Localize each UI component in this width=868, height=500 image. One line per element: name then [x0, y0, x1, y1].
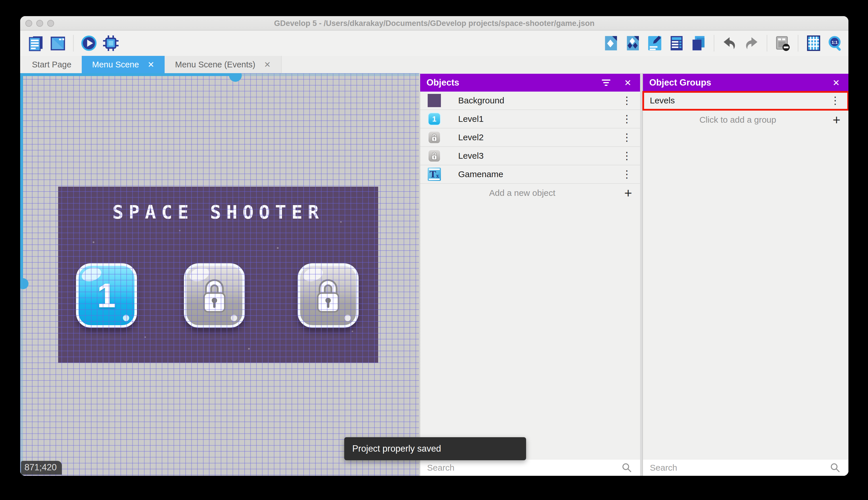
star-decoration [248, 348, 250, 350]
star-decoration [93, 241, 94, 243]
object-menu-icon[interactable]: ⋮ [622, 169, 632, 180]
object-groups-panel: Object Groups ✕ Levels ⋮ Click to add a … [642, 73, 848, 476]
object-row-background[interactable]: Background ⋮ [420, 92, 640, 110]
add-group-row[interactable]: Click to add a group + [643, 111, 848, 129]
level2-object-icon [428, 131, 441, 144]
text-object-icon: Tx [428, 168, 441, 181]
text-object-icon-t: T [430, 169, 436, 179]
star-decoration [277, 247, 279, 249]
scene-background-instance[interactable]: SPACE SHOOTER 1 [58, 186, 378, 363]
object-name: Level1 [458, 114, 622, 124]
add-group-plus-icon[interactable]: + [833, 113, 840, 126]
object-menu-icon[interactable]: ⋮ [622, 114, 632, 124]
tab-menu-scene[interactable]: Menu Scene ✕ [82, 56, 165, 73]
properties-icon[interactable] [646, 35, 663, 52]
level2-locked-button-instance[interactable] [184, 263, 245, 328]
debug-icon[interactable] [103, 35, 119, 52]
object-row-level2[interactable]: Level2 ⋮ [420, 128, 640, 147]
level1-number: 1 [97, 276, 116, 315]
toolbar-separator [798, 35, 798, 52]
lock-icon [431, 151, 438, 160]
editor-content: SPACE SHOOTER 1 [20, 73, 848, 476]
add-object-plus-icon[interactable]: + [624, 186, 632, 200]
objects-search-input[interactable] [427, 463, 621, 473]
redo-icon[interactable] [743, 35, 760, 52]
level3-locked-button-instance[interactable] [297, 263, 359, 328]
close-tab-icon[interactable]: ✕ [148, 60, 154, 69]
object-groups-panel-icon[interactable] [624, 35, 641, 52]
object-menu-icon[interactable]: ⋮ [622, 132, 632, 143]
tab-label: Start Page [32, 60, 71, 69]
objects-panel: Objects ✕ Background ⋮ 1 Level1 ⋮ [420, 73, 640, 476]
search-icon [830, 462, 841, 474]
background-object-icon [428, 94, 441, 107]
undo-icon[interactable] [721, 35, 738, 52]
tab-label: Menu Scene (Events) [175, 60, 255, 69]
object-name: Level2 [458, 133, 622, 142]
groups-search-input[interactable] [650, 463, 830, 473]
group-name: Levels [650, 95, 830, 105]
project-manager-icon[interactable] [28, 35, 44, 52]
horizontal-scrollbar-bar[interactable] [20, 73, 235, 76]
object-name: Level3 [458, 151, 622, 161]
layers-icon[interactable] [690, 35, 707, 52]
object-menu-icon[interactable]: ⋮ [622, 95, 632, 106]
instances-list-icon[interactable] [668, 35, 685, 52]
horizontal-scrollbar-thumb[interactable] [229, 73, 242, 82]
toolbar-left-group [28, 31, 119, 56]
filter-icon[interactable] [601, 79, 611, 87]
toast-message: Project properly saved [352, 444, 441, 454]
add-object-row[interactable]: Add a new object + [420, 184, 640, 202]
zoom-1-1-icon[interactable]: 1:1 [827, 35, 844, 52]
object-row-gamename[interactable]: Tx Gamename ⋮ [420, 165, 640, 184]
grid-icon[interactable] [805, 35, 822, 52]
save-toast: Project properly saved [344, 437, 526, 460]
level1-button-instance[interactable]: 1 [76, 263, 137, 328]
close-panel-icon[interactable]: ✕ [624, 78, 631, 88]
toolbar-separator [714, 35, 714, 52]
objects-panel-title: Objects [426, 78, 601, 88]
star-decoration [144, 337, 146, 338]
cursor-coordinates-badge: 871;420 [21, 461, 62, 475]
tab-bar: Start Page Menu Scene ✕ Menu Scene (Even… [20, 56, 848, 73]
lock-icon [198, 277, 231, 314]
level3-object-icon [428, 149, 441, 162]
close-tab-icon[interactable]: ✕ [264, 60, 271, 69]
toolbar: 1:1 [20, 31, 848, 56]
render-mask-icon[interactable] [774, 35, 791, 52]
star-decoration [340, 221, 342, 223]
group-menu-icon[interactable]: ⋮ [830, 95, 840, 106]
star-decoration [179, 230, 180, 231]
toolbar-separator [73, 35, 74, 52]
object-name: Gamename [458, 169, 622, 179]
play-preview-icon[interactable] [81, 35, 97, 52]
window-title: GDevelop 5 - /Users/dkarakay/Documents/G… [20, 16, 848, 31]
lock-icon [312, 277, 344, 314]
tab-start-page[interactable]: Start Page [22, 56, 82, 73]
svg-text:1:1: 1:1 [831, 40, 837, 45]
vertical-scrollbar-thumb[interactable] [20, 278, 28, 289]
gdevelop-window: GDevelop 5 - /Users/dkarakay/Documents/G… [20, 16, 848, 476]
group-row-levels[interactable]: Levels ⋮ [643, 92, 848, 110]
objects-panel-header: Objects ✕ [420, 74, 640, 92]
object-row-level3[interactable]: Level3 ⋮ [420, 147, 640, 165]
text-object-icon-x: x [436, 172, 439, 179]
search-icon [621, 462, 633, 474]
groups-search-bar [643, 460, 848, 476]
objects-search-bar [420, 460, 640, 476]
objects-panel-icon[interactable] [603, 35, 619, 52]
scene-editor-canvas[interactable]: SPACE SHOOTER 1 [20, 73, 419, 476]
object-groups-panel-header: Object Groups ✕ [643, 74, 848, 92]
game-title-text: SPACE SHOOTER [58, 202, 378, 223]
vertical-scrollbar-bar[interactable] [20, 73, 23, 284]
object-row-level1[interactable]: 1 Level1 ⋮ [420, 110, 640, 128]
object-menu-icon[interactable]: ⋮ [622, 151, 632, 161]
object-name: Background [458, 95, 622, 105]
object-groups-panel-title: Object Groups [649, 78, 833, 88]
close-panel-icon[interactable]: ✕ [833, 78, 840, 88]
level1-object-icon: 1 [428, 112, 441, 126]
tab-menu-scene-events[interactable]: Menu Scene (Events) ✕ [165, 56, 281, 73]
scene-window-icon[interactable] [49, 35, 66, 52]
titlebar: GDevelop 5 - /Users/dkarakay/Documents/G… [20, 16, 848, 31]
toolbar-right-group: 1:1 [603, 31, 844, 56]
